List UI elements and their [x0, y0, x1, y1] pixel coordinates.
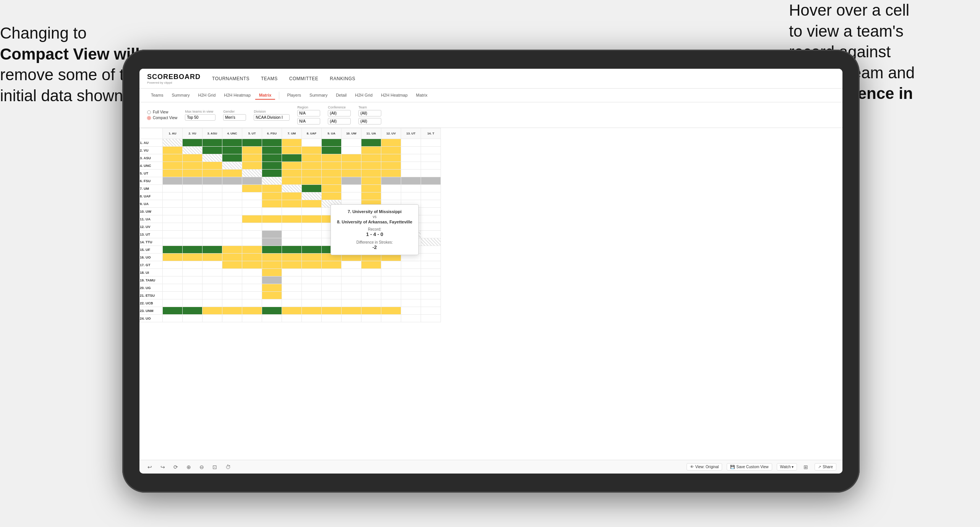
matrix-cell[interactable]: [401, 269, 421, 276]
matrix-cell[interactable]: [262, 269, 282, 276]
matrix-cell[interactable]: [421, 154, 441, 162]
region-select-1[interactable]: N/A: [297, 110, 320, 116]
matrix-cell[interactable]: [242, 208, 262, 215]
matrix-cell[interactable]: [163, 276, 183, 284]
matrix-cell[interactable]: [361, 261, 381, 269]
matrix-cell[interactable]: [262, 299, 282, 307]
undo-button[interactable]: ↩: [146, 463, 154, 471]
matrix-cell[interactable]: [361, 292, 381, 299]
matrix-cell[interactable]: [163, 223, 183, 231]
matrix-cell[interactable]: [421, 292, 441, 299]
matrix-cell[interactable]: [342, 192, 361, 200]
matrix-cell[interactable]: [361, 185, 381, 192]
matrix-cell[interactable]: [401, 185, 421, 192]
matrix-cell[interactable]: [222, 170, 242, 177]
matrix-cell[interactable]: [242, 261, 262, 269]
matrix-cell[interactable]: [242, 284, 262, 292]
matrix-cell[interactable]: [381, 307, 401, 315]
matrix-cell[interactable]: [262, 177, 282, 185]
matrix-cell[interactable]: [202, 215, 222, 223]
matrix-container[interactable]: 1. AU 2. VU 3. ASU 4. UNC 5. UT 6. FSU 7…: [139, 128, 842, 460]
matrix-cell[interactable]: [163, 238, 183, 246]
matrix-cell[interactable]: [163, 185, 183, 192]
matrix-cell[interactable]: [282, 208, 302, 215]
matrix-cell[interactable]: [163, 292, 183, 299]
matrix-cell[interactable]: [242, 231, 262, 238]
matrix-cell[interactable]: [361, 147, 381, 154]
matrix-cell[interactable]: [302, 170, 322, 177]
matrix-cell[interactable]: [342, 139, 361, 147]
matrix-cell[interactable]: [202, 192, 222, 200]
nav-teams[interactable]: TEAMS: [261, 74, 278, 83]
matrix-cell[interactable]: [282, 223, 302, 231]
matrix-cell[interactable]: [282, 162, 302, 170]
matrix-cell[interactable]: [361, 299, 381, 307]
tab-players[interactable]: Players: [283, 91, 305, 100]
matrix-cell[interactable]: [202, 139, 222, 147]
matrix-cell[interactable]: [322, 261, 342, 269]
save-custom-button[interactable]: 💾 Save Custom View: [727, 463, 772, 470]
matrix-cell[interactable]: [401, 307, 421, 315]
matrix-cell[interactable]: [401, 170, 421, 177]
matrix-cell[interactable]: [222, 315, 242, 322]
refresh-button[interactable]: ⟳: [172, 463, 180, 471]
matrix-cell[interactable]: [342, 261, 361, 269]
matrix-cell[interactable]: [421, 223, 441, 231]
matrix-cell[interactable]: [262, 185, 282, 192]
matrix-cell[interactable]: [401, 292, 421, 299]
matrix-cell[interactable]: [381, 276, 401, 284]
matrix-cell[interactable]: [421, 177, 441, 185]
matrix-cell[interactable]: [242, 200, 262, 208]
matrix-cell[interactable]: [262, 246, 282, 254]
matrix-cell[interactable]: [361, 276, 381, 284]
matrix-cell[interactable]: [302, 238, 322, 246]
matrix-cell[interactable]: [183, 238, 202, 246]
matrix-cell[interactable]: [163, 154, 183, 162]
matrix-cell[interactable]: [322, 185, 342, 192]
matrix-cell[interactable]: [361, 307, 381, 315]
matrix-cell[interactable]: [421, 147, 441, 154]
matrix-cell[interactable]: [282, 276, 302, 284]
matrix-cell[interactable]: [381, 154, 401, 162]
matrix-cell[interactable]: [262, 276, 282, 284]
matrix-cell[interactable]: [361, 269, 381, 276]
matrix-cell[interactable]: [262, 208, 282, 215]
zoom-in-button[interactable]: ⊕: [185, 463, 193, 471]
matrix-cell[interactable]: [242, 223, 262, 231]
matrix-cell[interactable]: [242, 299, 262, 307]
matrix-cell[interactable]: [202, 315, 222, 322]
matrix-cell[interactable]: [242, 162, 262, 170]
matrix-cell[interactable]: [322, 192, 342, 200]
matrix-cell[interactable]: [222, 284, 242, 292]
matrix-cell[interactable]: [262, 261, 282, 269]
matrix-cell[interactable]: [302, 292, 322, 299]
matrix-cell[interactable]: [342, 162, 361, 170]
matrix-cell[interactable]: [342, 177, 361, 185]
matrix-cell[interactable]: [202, 147, 222, 154]
matrix-cell[interactable]: [163, 299, 183, 307]
matrix-cell[interactable]: [302, 147, 322, 154]
matrix-cell[interactable]: [421, 162, 441, 170]
tab-h2h-heatmap-right[interactable]: H2H Heatmap: [377, 91, 411, 100]
matrix-cell[interactable]: [322, 162, 342, 170]
matrix-cell[interactable]: [222, 261, 242, 269]
matrix-cell[interactable]: [202, 154, 222, 162]
matrix-cell[interactable]: [163, 215, 183, 223]
matrix-cell[interactable]: [401, 147, 421, 154]
matrix-cell[interactable]: [302, 223, 322, 231]
matrix-cell[interactable]: [381, 162, 401, 170]
matrix-cell[interactable]: [401, 162, 421, 170]
matrix-cell[interactable]: [322, 139, 342, 147]
matrix-cell[interactable]: [282, 215, 302, 223]
matrix-cell[interactable]: [401, 276, 421, 284]
matrix-cell[interactable]: [163, 284, 183, 292]
nav-committee[interactable]: COMMITTEE: [289, 74, 319, 83]
matrix-cell[interactable]: [242, 177, 262, 185]
matrix-cell[interactable]: [183, 154, 202, 162]
matrix-cell[interactable]: [342, 269, 361, 276]
matrix-cell[interactable]: [163, 177, 183, 185]
matrix-cell[interactable]: [282, 269, 302, 276]
matrix-cell[interactable]: [163, 170, 183, 177]
matrix-cell[interactable]: [302, 200, 322, 208]
matrix-cell[interactable]: [322, 315, 342, 322]
